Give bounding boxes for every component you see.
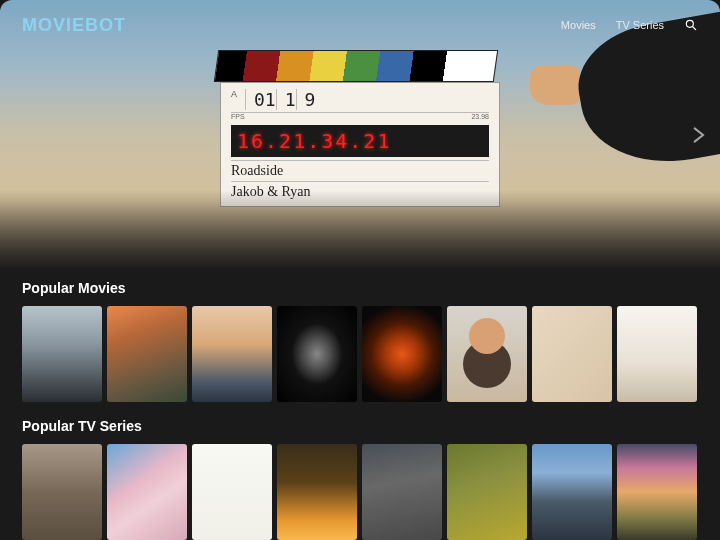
movie-card[interactable] — [277, 306, 357, 402]
nav-tvseries[interactable]: TV Series — [616, 19, 664, 31]
movie-card[interactable] — [532, 306, 612, 402]
popular-tv-section: Popular TV Series — [0, 408, 720, 540]
header: MOVIEBOT Movies TV Series — [0, 0, 720, 50]
chevron-right-icon — [688, 120, 708, 150]
popular-movies-section: Popular Movies — [0, 270, 720, 408]
movie-card[interactable] — [617, 306, 697, 402]
clap-fps-val: 23.98 — [471, 113, 489, 120]
tv-card[interactable] — [192, 444, 272, 540]
clap-shot: 1 — [285, 89, 297, 110]
tv-card[interactable] — [22, 444, 102, 540]
clap-timecode: 16.21.34.21 — [237, 129, 483, 153]
tv-card[interactable] — [107, 444, 187, 540]
clap-fps-label: FPS — [231, 113, 245, 120]
movie-card[interactable] — [362, 306, 442, 402]
nav-movies[interactable]: Movies — [561, 19, 596, 31]
tv-card[interactable] — [277, 444, 357, 540]
clap-label-a: A — [231, 89, 246, 110]
clap-title: Roadside — [231, 160, 489, 181]
tv-card[interactable] — [362, 444, 442, 540]
carousel-next-button[interactable] — [688, 120, 708, 150]
movies-row — [22, 306, 698, 402]
section-title-movies: Popular Movies — [22, 280, 698, 296]
clap-scene: 01 — [254, 89, 277, 110]
movie-card[interactable] — [22, 306, 102, 402]
clapboard-graphic: A 01 1 9 FPS 23.98 16.21.34.21 Roadside … — [220, 50, 500, 207]
brand-logo[interactable]: MOVIEBOT — [22, 15, 126, 36]
movie-card[interactable] — [447, 306, 527, 402]
tv-row — [22, 444, 698, 540]
tv-card[interactable] — [447, 444, 527, 540]
tv-card[interactable] — [532, 444, 612, 540]
movie-card[interactable] — [107, 306, 187, 402]
search-icon — [684, 18, 698, 32]
tv-card[interactable] — [617, 444, 697, 540]
svg-line-1 — [693, 27, 696, 30]
clap-take: 9 — [305, 89, 316, 110]
nav: Movies TV Series — [561, 18, 698, 32]
svg-point-0 — [686, 20, 693, 27]
section-title-tv: Popular TV Series — [22, 418, 698, 434]
movie-card[interactable] — [192, 306, 272, 402]
search-button[interactable] — [684, 18, 698, 32]
